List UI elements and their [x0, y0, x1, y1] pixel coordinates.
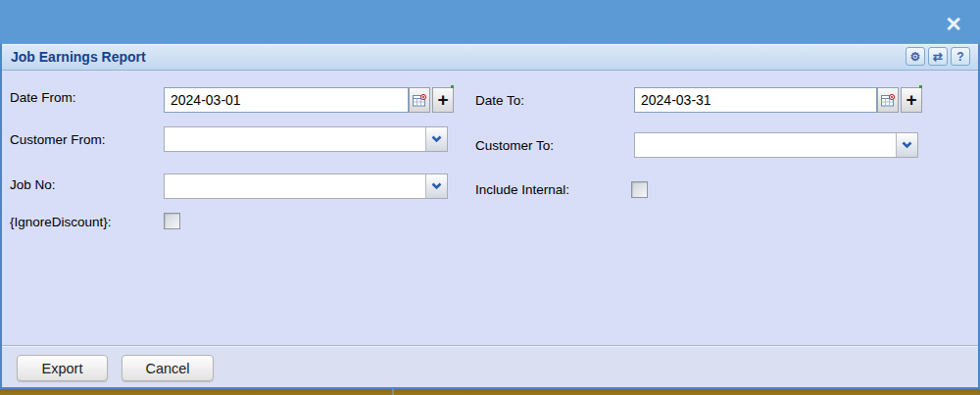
- include-internal-checkbox[interactable]: [631, 181, 648, 198]
- titlebar-tools: ⚙ ⇄ ?: [906, 47, 970, 66]
- job-no-label: Job No:: [10, 177, 56, 192]
- date-from-input[interactable]: [164, 87, 409, 113]
- export-button[interactable]: Export: [17, 355, 108, 381]
- ignore-discount-label: {IgnoreDiscount}:: [10, 215, 112, 229]
- date-to-label: Date To:: [475, 93, 524, 108]
- job-no-dropdown-icon[interactable]: [425, 174, 447, 198]
- job-no-input[interactable]: [165, 174, 425, 198]
- page-background: ✕ Job Earnings Report ⚙ ⇄ ? Date From:: [0, 0, 980, 395]
- job-no-combobox[interactable]: [164, 173, 448, 199]
- help-icon[interactable]: ?: [951, 47, 970, 66]
- date-from-calendar-icon[interactable]: [409, 87, 430, 113]
- dialog-body: Date From: + Date To:: [2, 72, 978, 345]
- customer-to-input[interactable]: [635, 133, 896, 157]
- customer-to-combobox[interactable]: [634, 132, 918, 158]
- cancel-button[interactable]: Cancel: [122, 355, 214, 381]
- customer-to-label: Customer To:: [475, 138, 554, 153]
- close-icon[interactable]: ✕: [939, 12, 968, 37]
- green-corner-mark: [919, 85, 922, 88]
- date-to-add-button[interactable]: +: [901, 87, 922, 113]
- green-corner-mark: [451, 85, 454, 88]
- date-to-input[interactable]: [634, 87, 877, 113]
- page-bottom-strip: [0, 389, 980, 395]
- bottom-strip-divider: [392, 389, 394, 395]
- customer-from-label: Customer From:: [10, 132, 106, 147]
- date-from-add-button[interactable]: +: [432, 87, 454, 113]
- customer-to-dropdown-icon[interactable]: [896, 133, 917, 157]
- dialog-footer: Export Cancel: [2, 345, 978, 387]
- customer-from-dropdown-icon[interactable]: [425, 127, 447, 151]
- customer-from-input[interactable]: [165, 127, 425, 151]
- dialog-title: Job Earnings Report: [11, 49, 146, 65]
- date-to-calendar-icon[interactable]: [877, 87, 899, 113]
- customer-from-combobox[interactable]: [164, 126, 448, 152]
- include-internal-label: Include Internal:: [475, 182, 569, 197]
- ignore-discount-checkbox[interactable]: [164, 213, 180, 229]
- settings-icon[interactable]: ⚙: [906, 47, 925, 66]
- job-earnings-report-dialog: Job Earnings Report ⚙ ⇄ ? Date From:: [0, 43, 980, 389]
- dialog-titlebar: Job Earnings Report ⚙ ⇄ ?: [2, 44, 978, 71]
- date-from-label: Date From:: [10, 90, 76, 105]
- refresh-icon[interactable]: ⇄: [928, 47, 948, 66]
